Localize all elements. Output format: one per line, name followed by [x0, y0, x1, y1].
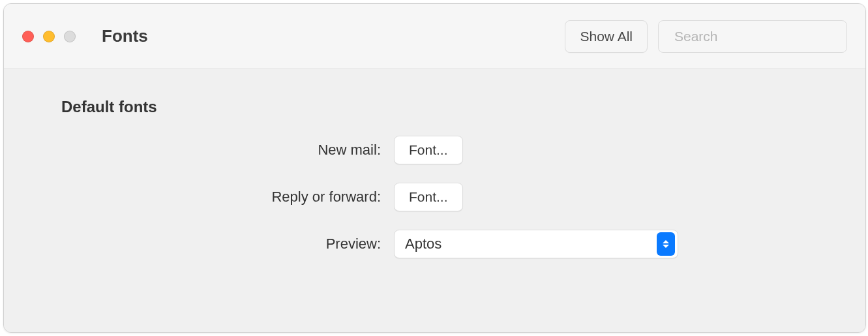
- new-mail-font-button-label: Font...: [409, 142, 448, 158]
- preferences-window: Fonts Show All Default fonts New mail: F…: [3, 3, 866, 333]
- show-all-label: Show All: [580, 29, 633, 44]
- row-preview: Preview: Aptos: [61, 230, 808, 258]
- close-window-button[interactable]: [22, 31, 34, 42]
- preview-font-value: Aptos: [405, 236, 657, 252]
- chevron-up-icon: [663, 240, 669, 243]
- new-mail-font-button[interactable]: Font...: [394, 136, 463, 164]
- search-field[interactable]: [658, 20, 847, 53]
- section-heading: Default fonts: [61, 98, 808, 116]
- label-preview: Preview:: [61, 236, 394, 252]
- row-reply-forward: Reply or forward: Font...: [61, 183, 808, 211]
- reply-forward-font-button[interactable]: Font...: [394, 183, 463, 211]
- chevron-down-icon: [663, 245, 669, 248]
- window-title: Fonts: [102, 26, 148, 46]
- label-reply-forward: Reply or forward:: [61, 189, 394, 206]
- label-new-mail: New mail:: [61, 142, 394, 159]
- reply-forward-font-button-label: Font...: [409, 189, 448, 205]
- preview-font-popup[interactable]: Aptos: [394, 230, 678, 258]
- row-new-mail: New mail: Font...: [61, 136, 808, 164]
- titlebar: Fonts Show All: [4, 4, 865, 69]
- content-area: Default fonts New mail: Font... Reply or…: [4, 69, 865, 332]
- search-input[interactable]: [674, 29, 845, 44]
- minimize-window-button[interactable]: [43, 31, 55, 42]
- show-all-button[interactable]: Show All: [565, 20, 648, 53]
- popup-arrows-icon: [657, 232, 675, 256]
- zoom-window-button[interactable]: [64, 31, 76, 42]
- window-controls: [22, 31, 76, 42]
